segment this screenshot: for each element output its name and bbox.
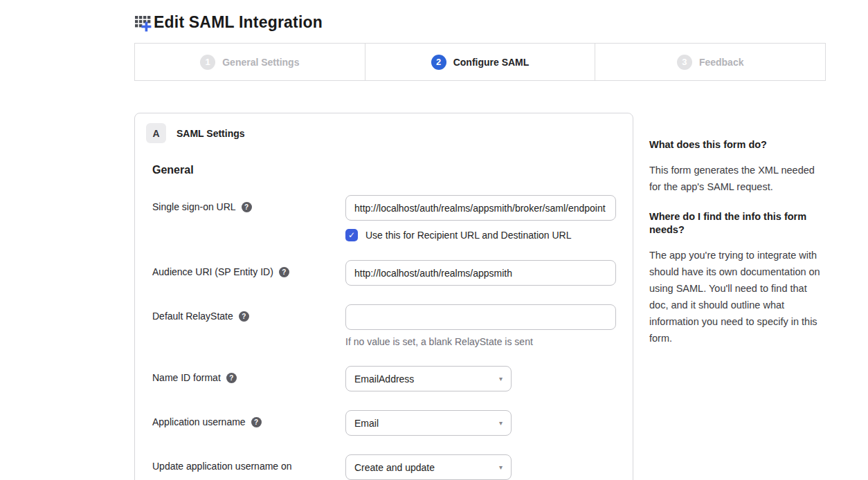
field-row-update-application-username: Update application username on Create an… bbox=[152, 454, 615, 480]
field-row-audience-uri: Audience URI (SP Entity ID) ? bbox=[152, 260, 615, 286]
application-username-select[interactable]: Email ▾ bbox=[345, 410, 512, 436]
saml-settings-panel: A SAML Settings General Single sign-on U… bbox=[134, 113, 633, 480]
caret-down-icon: ▾ bbox=[499, 463, 503, 471]
section-heading-general: General bbox=[152, 164, 615, 176]
page-header: Edit SAML Integration bbox=[134, 8, 826, 36]
content-area: A SAML Settings General Single sign-on U… bbox=[134, 113, 826, 480]
field-row-relay-state: Default RelayState ? If no value is set,… bbox=[152, 304, 615, 347]
page-title: Edit SAML Integration bbox=[154, 13, 323, 32]
application-username-selected-value: Email bbox=[354, 418, 379, 429]
section-a-badge: A bbox=[146, 123, 166, 143]
caret-down-icon: ▾ bbox=[499, 419, 503, 427]
name-id-format-select[interactable]: EmailAddress ▾ bbox=[345, 366, 512, 391]
sso-url-input[interactable] bbox=[345, 195, 616, 221]
relay-state-input[interactable] bbox=[345, 304, 616, 330]
step-label: General Settings bbox=[222, 57, 299, 68]
audience-uri-input[interactable] bbox=[345, 260, 616, 286]
step-number-badge: 2 bbox=[431, 55, 446, 70]
name-id-format-label: Name ID format bbox=[152, 372, 221, 384]
page: Edit SAML Integration 1 General Settings… bbox=[0, 0, 868, 480]
panel-body: General Single sign-on URL ? ✓ Use this … bbox=[146, 164, 622, 480]
step-number-badge: 1 bbox=[200, 55, 215, 70]
name-id-format-selected-value: EmailAddress bbox=[354, 373, 414, 385]
sso-url-label: Single sign-on URL bbox=[152, 201, 236, 213]
step-wizard: 1 General Settings 2 Configure SAML 3 Fe… bbox=[134, 43, 826, 81]
help-icon[interactable]: ? bbox=[239, 311, 249, 322]
help-answer-1: This form generates the XML needed for t… bbox=[649, 162, 826, 195]
step-number-badge: 3 bbox=[677, 55, 692, 70]
recipient-destination-checkbox[interactable]: ✓ bbox=[345, 229, 358, 241]
step-label: Feedback bbox=[699, 57, 744, 68]
audience-uri-label: Audience URI (SP Entity ID) bbox=[152, 266, 273, 278]
caret-down-icon: ▾ bbox=[499, 375, 503, 382]
wizard-step-configure-saml[interactable]: 2 Configure SAML bbox=[365, 44, 595, 80]
wizard-step-feedback[interactable]: 3 Feedback bbox=[595, 44, 825, 80]
wizard-step-general-settings[interactable]: 1 General Settings bbox=[135, 44, 365, 80]
grid-plus-icon bbox=[134, 13, 153, 32]
update-application-username-label: Update application username on bbox=[152, 461, 292, 472]
help-question-1: What does this form do? bbox=[649, 138, 826, 151]
panel-header: A SAML Settings bbox=[146, 123, 622, 143]
update-application-username-selected-value: Create and update bbox=[354, 462, 435, 473]
recipient-destination-checkbox-label: Use this for Recipient URL and Destinati… bbox=[365, 230, 572, 241]
field-row-sso-url: Single sign-on URL ? ✓ Use this for Reci… bbox=[152, 195, 615, 241]
update-application-username-select[interactable]: Create and update ▾ bbox=[345, 454, 512, 480]
relay-state-label: Default RelayState bbox=[152, 311, 233, 322]
panel-title: SAML Settings bbox=[177, 128, 245, 139]
help-icon[interactable]: ? bbox=[226, 373, 237, 383]
field-row-application-username: Application username ? Email ▾ bbox=[152, 410, 615, 436]
help-question-2: Where do I find the info this form needs… bbox=[649, 210, 826, 237]
help-icon[interactable]: ? bbox=[279, 267, 289, 277]
step-label: Configure SAML bbox=[453, 57, 530, 68]
help-answer-2: The app you're trying to integrate with … bbox=[649, 247, 826, 347]
relay-state-hint: If no value is set, a blank RelayState i… bbox=[345, 336, 616, 347]
field-row-name-id-format: Name ID format ? EmailAddress ▾ bbox=[152, 366, 615, 391]
recipient-destination-checkbox-row: ✓ Use this for Recipient URL and Destina… bbox=[345, 229, 616, 241]
application-username-label: Application username bbox=[152, 416, 246, 428]
help-icon[interactable]: ? bbox=[251, 417, 262, 427]
help-icon[interactable]: ? bbox=[242, 202, 252, 212]
help-sidebar: What does this form do? This form genera… bbox=[649, 113, 826, 362]
